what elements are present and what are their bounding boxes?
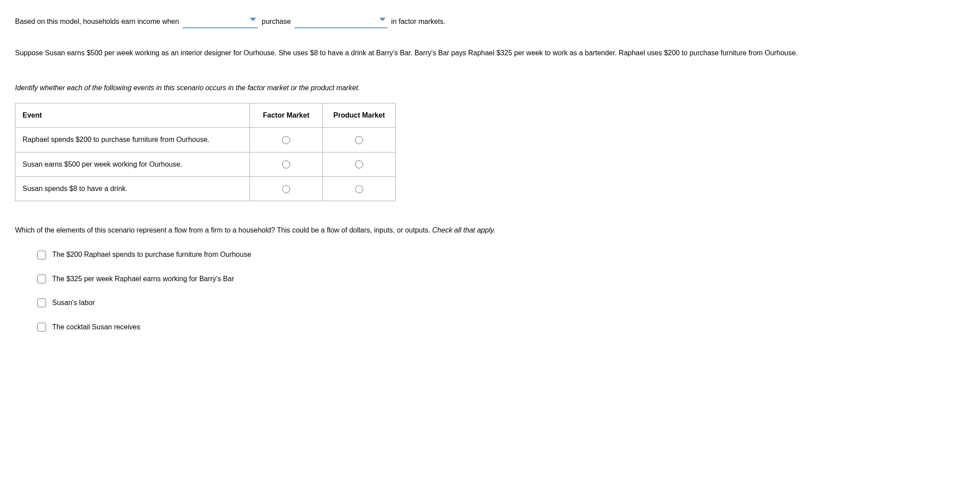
fill-in-sentence: Based on this model, households earn inc…: [15, 13, 965, 28]
checkbox-3[interactable]: [37, 323, 46, 332]
check-item: The cocktail Susan receives: [37, 320, 965, 334]
table-row: Susan spends $8 to have a drink.: [15, 176, 396, 201]
scenario-paragraph: Suppose Susan earns $500 per week workin…: [15, 46, 965, 60]
q2-emphasis: Check all that apply.: [432, 226, 495, 234]
check-item: The $325 per week Raphael earns working …: [37, 272, 965, 286]
check-item: The $200 Raphael spends to purchase furn…: [37, 248, 965, 261]
table-header-row: Event Factor Market Product Market: [15, 103, 396, 127]
sentence-part1: Based on this model, households earn inc…: [15, 18, 179, 25]
checklist: The $200 Raphael spends to purchase furn…: [15, 248, 965, 334]
caret-down-icon: [379, 18, 386, 21]
table-row: Raphael spends $200 to purchase furnitur…: [15, 128, 396, 152]
check-label: The cocktail Susan receives: [52, 320, 140, 334]
header-factor: Factor Market: [250, 103, 323, 127]
radio-product-2[interactable]: [355, 185, 363, 193]
radio-product-0[interactable]: [355, 136, 363, 144]
checkbox-0[interactable]: [37, 251, 46, 259]
header-product: Product Market: [323, 103, 396, 127]
q2-text: Which of the elements of this scenario r…: [15, 226, 432, 234]
table-row: Susan earns $500 per week working for Ou…: [15, 152, 396, 176]
checkbox-2[interactable]: [37, 298, 46, 307]
event-cell: Raphael spends $200 to purchase furnitur…: [15, 128, 250, 152]
check-label: The $200 Raphael spends to purchase furn…: [52, 248, 251, 261]
radio-factor-2[interactable]: [282, 185, 290, 193]
event-cell: Susan spends $8 to have a drink.: [15, 176, 250, 201]
check-label: Susan's labor: [52, 296, 95, 309]
question-2: Which of the elements of this scenario r…: [15, 223, 965, 237]
instruction-1: Identify whether each of the following e…: [15, 81, 965, 95]
checkbox-1[interactable]: [37, 275, 46, 283]
event-cell: Susan earns $500 per week working for Ou…: [15, 152, 250, 176]
check-label: The $325 per week Raphael earns working …: [52, 272, 234, 286]
dropdown-2[interactable]: [295, 13, 387, 28]
caret-down-icon: [250, 18, 256, 21]
header-event: Event: [15, 103, 250, 127]
market-table: Event Factor Market Product Market Rapha…: [15, 103, 396, 202]
check-item: Susan's labor: [37, 296, 965, 309]
radio-factor-0[interactable]: [282, 136, 290, 144]
radio-product-1[interactable]: [355, 160, 363, 168]
sentence-part3: in factor markets.: [391, 18, 446, 25]
sentence-part2: purchase: [262, 18, 291, 25]
radio-factor-1[interactable]: [282, 160, 290, 168]
dropdown-1[interactable]: [183, 13, 258, 28]
